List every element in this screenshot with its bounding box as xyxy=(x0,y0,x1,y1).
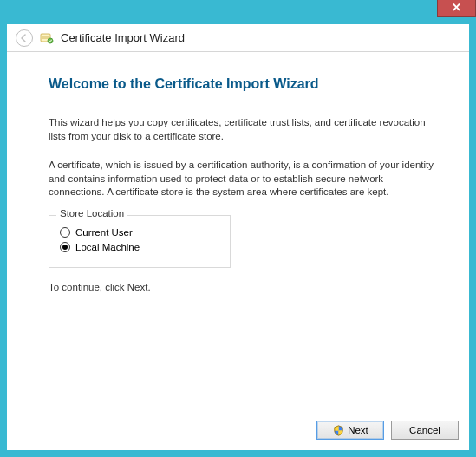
button-bar: Next Cancel xyxy=(316,421,459,440)
window-frame: ✕ Certificate Import Wizard Welcome to t… xyxy=(0,0,476,457)
radio-local-machine[interactable]: Local Machine xyxy=(60,242,219,252)
wizard-title: Certificate Import Wizard xyxy=(61,31,185,44)
radio-icon xyxy=(60,242,70,252)
store-location-legend: Store Location xyxy=(56,208,127,219)
radio-current-user[interactable]: Current User xyxy=(60,227,219,238)
cancel-button[interactable]: Cancel xyxy=(391,421,459,440)
cancel-button-label: Cancel xyxy=(409,425,440,435)
radio-icon xyxy=(60,227,70,238)
uac-shield-icon xyxy=(332,424,344,436)
close-button[interactable]: ✕ xyxy=(437,0,476,17)
wizard-header: Certificate Import Wizard xyxy=(7,24,469,52)
back-button xyxy=(16,29,33,47)
intro-text: This wizard helps you copy certificates,… xyxy=(49,116,434,143)
back-arrow-icon xyxy=(20,34,29,42)
radio-label: Current User xyxy=(75,227,133,238)
titlebar: ✕ xyxy=(7,0,469,24)
continue-hint: To continue, click Next. xyxy=(49,282,434,292)
store-location-group: Store Location Current User Local Machin… xyxy=(49,215,231,268)
wizard-body: Welcome to the Certificate Import Wizard… xyxy=(7,52,469,450)
description-text: A certificate, which is issued by a cert… xyxy=(49,159,434,199)
page-heading: Welcome to the Certificate Import Wizard xyxy=(49,76,434,92)
certificate-icon xyxy=(40,31,54,45)
radio-label: Local Machine xyxy=(75,242,140,252)
next-button-label: Next xyxy=(348,425,368,435)
close-icon: ✕ xyxy=(452,1,461,14)
next-button[interactable]: Next xyxy=(316,421,384,440)
